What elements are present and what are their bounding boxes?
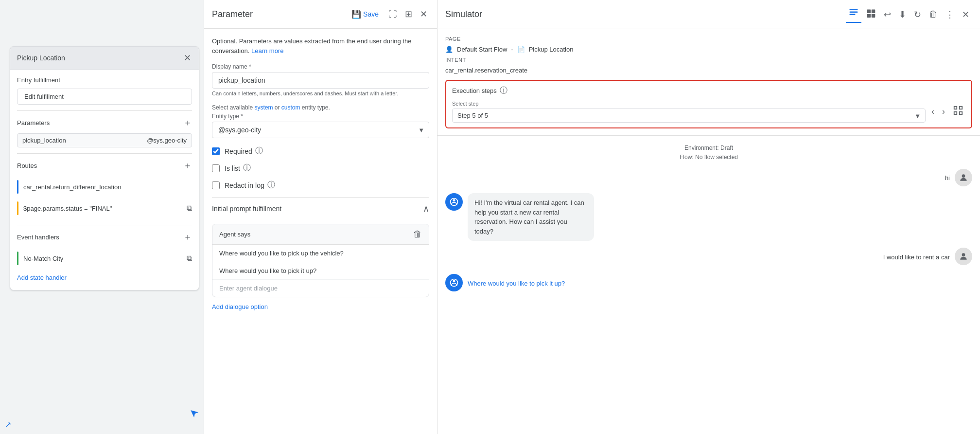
add-route-button[interactable]: ＋ — [183, 160, 192, 171]
sim-chat-area: Environment: Draft Flow: No flow selecte… — [438, 136, 980, 434]
parameters-section: Parameters ＋ — [17, 117, 192, 128]
required-label: Required ⓘ — [225, 146, 263, 156]
simulator-header: Simulator ↩ ⬇ ↻ 🗑 ⋮ ✕ — [438, 0, 980, 29]
right-panel: Simulator ↩ ⬇ ↻ 🗑 ⋮ ✕ Page 👤 Default Sta… — [438, 0, 980, 434]
middle-panel: Parameter 💾 Save ⛶ ⊞ ✕ Optional. Paramet… — [204, 0, 438, 434]
user-rent-text: I would like to rent a car — [883, 248, 950, 267]
entity-type-select[interactable]: @sys.geo-city — [212, 122, 429, 138]
expand-button[interactable]: ⊞ — [403, 7, 414, 21]
entry-fulfillment-section: Entry fulfillment — [17, 76, 192, 84]
intent-label: Intent — [445, 57, 972, 63]
sim-chat-view-button[interactable] — [846, 6, 861, 23]
pickup-location-node: Pickup Location ✕ Entry fulfillment Edit… — [10, 46, 199, 290]
add-dialogue-link[interactable]: Add dialogue option — [212, 297, 429, 312]
custom-link[interactable]: custom — [281, 104, 300, 111]
left-panel: Pickup Location ✕ Entry fulfillment Edit… — [0, 0, 204, 434]
display-name-field: Display name * Can contain letters, numb… — [212, 63, 429, 96]
event-bar — [17, 252, 18, 265]
agent-says-title: Agent says — [219, 231, 250, 238]
add-state-handler-link[interactable]: Add state handler — [17, 269, 192, 283]
add-event-handler-button[interactable]: ＋ — [183, 231, 192, 243]
sim-more-button[interactable]: ⋮ — [943, 7, 957, 22]
agent-pickup-row: Where would you like to pick it up? — [445, 274, 972, 293]
edit-fulfillment-button[interactable]: Edit fulfillment — [17, 89, 192, 105]
svg-rect-5 — [867, 10, 871, 14]
event-item-1[interactable]: No-Match City ⧉ — [17, 248, 192, 269]
dialogue-row-1[interactable]: Where would you like to pick up the vehi… — [212, 245, 429, 262]
sim-flow-row: 👤 Default Start Flow - 📄 Pickup Location — [445, 46, 972, 53]
sim-refresh-button[interactable]: ↻ — [911, 7, 924, 22]
step-select-container: Select step Step 5 of 5 ▼ — [452, 101, 926, 123]
entity-type-field-label: Entity type * — [212, 113, 429, 120]
exec-steps-label: Execution steps ⓘ — [452, 86, 965, 96]
routes-section: Routes ＋ — [17, 160, 192, 171]
step-select[interactable]: Step 5 of 5 — [452, 108, 926, 123]
parameter-row[interactable]: pickup_location @sys.geo-city — [17, 133, 192, 147]
sim-delete-button[interactable]: 🗑 — [926, 7, 941, 21]
display-name-input[interactable] — [212, 72, 429, 89]
svg-rect-8 — [872, 14, 875, 18]
route-copy-icon[interactable]: ⧉ — [187, 204, 192, 213]
step-prev-button[interactable]: ‹ — [929, 105, 936, 119]
required-checkbox-row: Required ⓘ — [212, 146, 429, 156]
sim-undo-button[interactable]: ↩ — [881, 7, 894, 22]
collapse-icon[interactable]: ∧ — [423, 203, 429, 214]
parameter-title: Parameter — [212, 9, 253, 19]
sim-download-button[interactable]: ⬇ — [896, 7, 909, 22]
system-link[interactable]: system — [254, 104, 273, 111]
redact-label: Redact in log ⓘ — [225, 180, 275, 190]
divider-2 — [17, 153, 192, 154]
user-rent-row: I would like to rent a car — [445, 248, 972, 267]
route-item-2[interactable]: $page.params.status = "FINAL" ⧉ — [17, 198, 192, 219]
execution-steps-box: Execution steps ⓘ Select step Step 5 of … — [445, 80, 972, 128]
svg-rect-2 — [850, 9, 858, 11]
redact-help-icon[interactable]: ⓘ — [267, 180, 275, 190]
step-capture-button[interactable] — [951, 103, 965, 120]
svg-rect-10 — [960, 107, 962, 109]
exec-steps-help-icon[interactable]: ⓘ — [500, 86, 508, 96]
learn-more-link[interactable]: Learn more — [251, 47, 283, 54]
step-select-row: Select step Step 5 of 5 ▼ ‹ › — [452, 101, 965, 123]
divider-3 — [17, 225, 192, 225]
separator: - — [511, 46, 513, 53]
sim-list-view-button[interactable] — [863, 6, 879, 22]
delete-agent-says-button[interactable]: 🗑 — [413, 229, 422, 239]
parameter-panel-body: Optional. Parameters are values extracte… — [204, 29, 437, 434]
svg-rect-6 — [872, 10, 875, 14]
save-button[interactable]: 💾 Save — [348, 8, 383, 21]
intent-value: car_rental.reservation_create — [445, 67, 972, 74]
entity-type-select-wrapper: @sys.geo-city ▼ — [212, 122, 429, 138]
initial-prompt-section: Initial prompt fulfillment ∧ — [212, 197, 429, 220]
display-name-label: Display name * — [212, 63, 429, 70]
canvas-area: Pickup Location ✕ Entry fulfillment Edit… — [0, 0, 204, 434]
is-list-checkbox-row: Is list ⓘ — [212, 163, 429, 173]
node-close-button[interactable]: ✕ — [183, 52, 192, 64]
env-notice: Environment: Draft Flow: No flow selecte… — [445, 144, 972, 162]
param-name: pickup_location — [22, 137, 66, 144]
required-help-icon[interactable]: ⓘ — [255, 146, 263, 156]
divider-1 — [17, 110, 192, 111]
agent-greeting-row: Hi! I'm the virtual car rental agent. I … — [445, 193, 972, 241]
redact-checkbox[interactable] — [212, 181, 220, 189]
add-parameter-button[interactable]: ＋ — [183, 117, 192, 128]
is-list-checkbox[interactable] — [212, 164, 220, 172]
required-checkbox[interactable] — [212, 147, 220, 155]
event-copy-icon[interactable]: ⧉ — [187, 254, 192, 263]
entity-type-field: Select available system or custom entity… — [212, 104, 429, 138]
fullscreen-button[interactable]: ⛶ — [386, 7, 399, 21]
agent-says-header: Agent says 🗑 — [212, 224, 429, 245]
event-label: No-Match City — [23, 255, 63, 262]
agent-avatar-1 — [445, 193, 463, 211]
simulator-title: Simulator — [445, 9, 482, 19]
page-label: Page — [445, 36, 972, 42]
close-parameter-button[interactable]: ✕ — [418, 7, 429, 21]
sim-close-button[interactable]: ✕ — [959, 7, 972, 22]
svg-point-14 — [453, 199, 455, 202]
dialogue-placeholder[interactable]: Enter agent dialogue — [212, 280, 429, 297]
dialogue-row-2[interactable]: Where would you like to pick it up? — [212, 262, 429, 280]
step-next-button[interactable]: › — [940, 105, 947, 119]
route-item-1[interactable]: car_rental.return_different_location — [17, 176, 192, 198]
is-list-help-icon[interactable]: ⓘ — [243, 163, 251, 173]
redact-checkbox-row: Redact in log ⓘ — [212, 180, 429, 190]
svg-rect-7 — [867, 14, 871, 18]
